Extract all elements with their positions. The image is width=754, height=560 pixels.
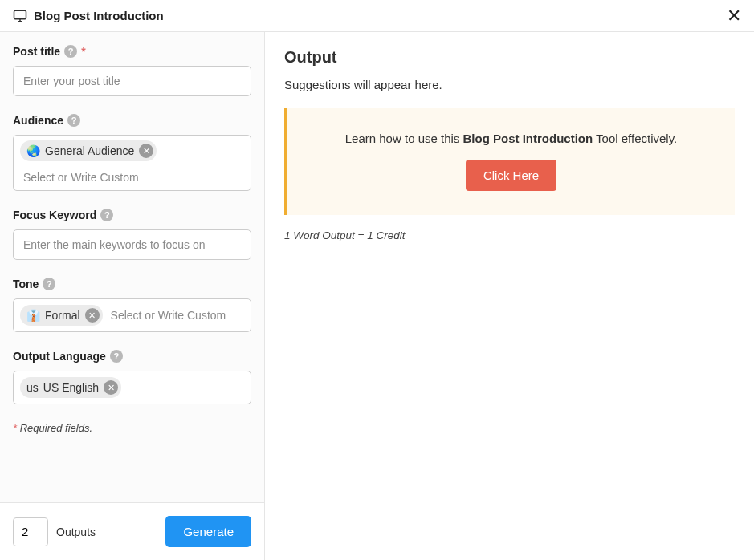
audience-group: Audience ? 🌏 General Audience ✕ Select o… bbox=[13, 114, 251, 191]
output-panel: Output Suggestions will appear here. Lea… bbox=[265, 32, 754, 560]
help-icon[interactable]: ? bbox=[110, 350, 123, 363]
output-language-label-text: Output Language bbox=[13, 350, 106, 363]
focus-keyword-label-text: Focus Keyword bbox=[13, 209, 96, 221]
required-note: * Required fields. bbox=[13, 422, 251, 434]
svg-rect-0 bbox=[14, 10, 26, 19]
monitor-icon bbox=[13, 9, 27, 23]
click-here-button[interactable]: Click Here bbox=[466, 160, 556, 191]
outputs-group: Outputs bbox=[13, 517, 96, 546]
globe-icon: 🌏 bbox=[26, 144, 40, 157]
help-icon[interactable]: ? bbox=[43, 278, 55, 290]
form-panel: Post title ? * Audience ? 🌏 General Audi… bbox=[0, 32, 265, 560]
form-content: Post title ? * Audience ? 🌏 General Audi… bbox=[0, 32, 264, 502]
tone-chip-label: Formal bbox=[45, 309, 80, 322]
required-note-text: Required fields. bbox=[20, 422, 92, 434]
chip-remove-icon[interactable]: ✕ bbox=[85, 308, 100, 323]
notice-box: Learn how to use this Blog Post Introduc… bbox=[284, 108, 735, 215]
tone-chip: 👔 Formal ✕ bbox=[20, 305, 103, 326]
suit-icon: 👔 bbox=[26, 309, 40, 322]
required-note-star: * bbox=[13, 422, 20, 434]
notice-bold: Blog Post Introduction bbox=[463, 132, 593, 145]
generate-button[interactable]: Generate bbox=[165, 516, 251, 547]
audience-label-text: Audience bbox=[13, 114, 63, 127]
audience-chip-label: General Audience bbox=[45, 144, 134, 157]
main: Post title ? * Audience ? 🌏 General Audi… bbox=[0, 32, 754, 560]
focus-keyword-input[interactable] bbox=[13, 229, 251, 260]
dialog-header: Blog Post Introduction ✕ bbox=[0, 0, 754, 32]
output-language-chip: us US English ✕ bbox=[20, 377, 121, 398]
audience-input[interactable]: 🌏 General Audience ✕ Select or Write Cus… bbox=[13, 135, 251, 191]
output-title: Output bbox=[284, 48, 735, 67]
help-icon[interactable]: ? bbox=[100, 209, 113, 221]
outputs-count-input[interactable] bbox=[13, 517, 48, 546]
focus-keyword-group: Focus Keyword ? bbox=[13, 209, 251, 260]
notice-suffix: Tool effectively. bbox=[593, 132, 677, 145]
post-title-label: Post title ? * bbox=[13, 45, 251, 58]
help-icon[interactable]: ? bbox=[67, 114, 80, 127]
close-icon[interactable]: ✕ bbox=[727, 7, 741, 25]
output-language-prefix: us bbox=[26, 381, 39, 394]
help-icon[interactable]: ? bbox=[64, 45, 77, 58]
audience-label: Audience ? bbox=[13, 114, 251, 127]
output-language-chip-label: US English bbox=[43, 381, 99, 394]
bottom-bar: Outputs Generate bbox=[0, 502, 264, 560]
post-title-input[interactable] bbox=[13, 66, 251, 96]
focus-keyword-label: Focus Keyword ? bbox=[13, 209, 251, 221]
output-language-group: Output Language ? us US English ✕ bbox=[13, 350, 251, 404]
output-language-input[interactable]: us US English ✕ bbox=[13, 371, 251, 404]
post-title-label-text: Post title bbox=[13, 45, 60, 58]
audience-placeholder: Select or Write Custom bbox=[20, 169, 142, 185]
tone-label: Tone ? bbox=[13, 278, 251, 290]
tone-input[interactable]: 👔 Formal ✕ Select or Write Custom bbox=[13, 298, 251, 332]
audience-chip: 🌏 General Audience ✕ bbox=[20, 140, 157, 161]
notice-prefix: Learn how to use this bbox=[345, 132, 463, 145]
tone-group: Tone ? 👔 Formal ✕ Select or Write Custom bbox=[13, 278, 251, 332]
header-left: Blog Post Introduction bbox=[13, 9, 164, 23]
chip-remove-icon[interactable]: ✕ bbox=[139, 144, 153, 158]
notice-text: Learn how to use this Blog Post Introduc… bbox=[307, 132, 715, 145]
required-star: * bbox=[81, 45, 85, 58]
tone-placeholder: Select or Write Custom bbox=[108, 307, 230, 323]
credit-note: 1 Word Output = 1 Credit bbox=[284, 229, 735, 241]
chip-remove-icon[interactable]: ✕ bbox=[104, 380, 118, 395]
post-title-group: Post title ? * bbox=[13, 45, 251, 96]
output-placeholder: Suggestions will appear here. bbox=[284, 78, 735, 91]
dialog-title: Blog Post Introduction bbox=[34, 9, 164, 22]
outputs-label: Outputs bbox=[56, 526, 96, 538]
tone-label-text: Tone bbox=[13, 278, 39, 290]
output-language-label: Output Language ? bbox=[13, 350, 251, 363]
